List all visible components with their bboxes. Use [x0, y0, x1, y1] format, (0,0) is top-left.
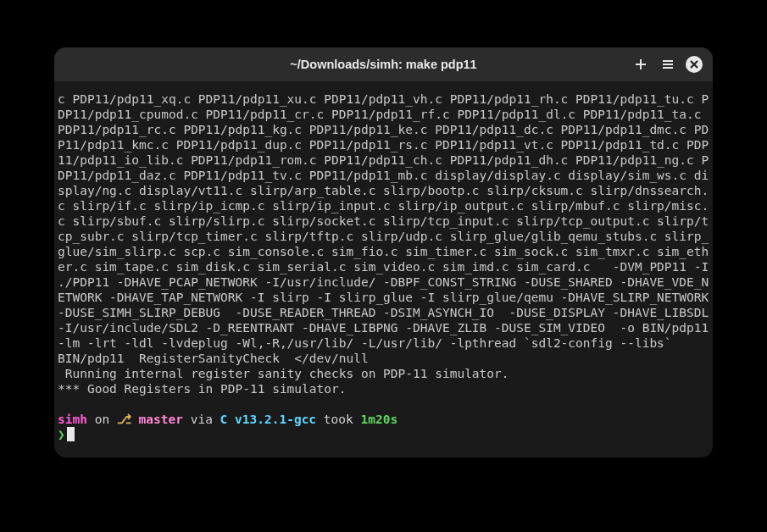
menu-button[interactable]: [659, 55, 677, 74]
hamburger-icon: [661, 58, 675, 71]
close-icon: [687, 58, 701, 71]
terminal-output: c PDP11/pdp11_xq.c PDP11/pdp11_xu.c PDP1…: [54, 91, 713, 396]
close-button[interactable]: [686, 56, 703, 73]
prompt-duration: 1m20s: [361, 413, 398, 426]
branch-icon: ⎇: [117, 413, 131, 426]
prompt-symbol: ❯: [58, 428, 65, 441]
titlebar-buttons: [631, 55, 703, 74]
new-tab-button[interactable]: [631, 55, 650, 74]
prompt-line: simh on ⎇ master via C v13.2.1-gcc took …: [54, 412, 713, 442]
prompt-compiler: C v13.2.1-gcc: [220, 413, 317, 426]
prompt-branch: master: [131, 413, 183, 426]
plus-icon: [634, 58, 648, 71]
prompt-took: took: [316, 413, 360, 426]
terminal-body[interactable]: c PDP11/pdp11_xq.c PDP11/pdp11_xu.c PDP1…: [54, 81, 713, 457]
titlebar: ~/Downloads/simh: make pdp11: [54, 47, 713, 81]
prompt-on: on: [87, 413, 117, 426]
terminal-window: ~/Downloads/simh: make pdp11 c PDP11/pdp…: [54, 47, 713, 457]
window-title: ~/Downloads/simh: make pdp11: [64, 58, 703, 71]
cursor: [67, 427, 75, 441]
prompt-via: via: [183, 413, 220, 426]
prompt-dir: simh: [58, 413, 87, 426]
